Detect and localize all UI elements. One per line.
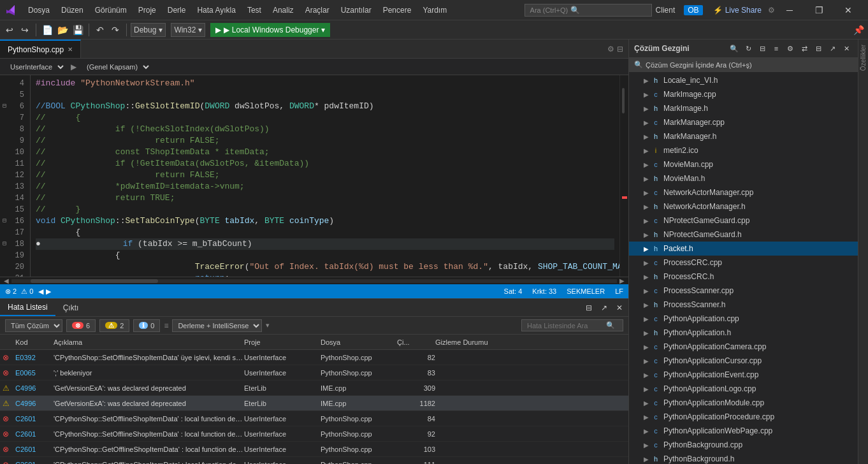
panel-close-btn[interactable]: ✕ bbox=[613, 301, 626, 314]
tree-item-processcrc-h[interactable]: ▶ h ProcessCRC.h bbox=[629, 270, 858, 284]
tree-item-pythonapplicationlogo-cpp[interactable]: ▶ c PythonApplicationLogo.cpp bbox=[629, 382, 858, 396]
menu-gorunum[interactable]: Görünüm bbox=[90, 4, 132, 16]
open-btn[interactable]: 📂 bbox=[55, 23, 69, 37]
col-suppress[interactable]: Gizleme Durumu bbox=[435, 338, 626, 346]
indent-mode[interactable]: SEKMELER bbox=[567, 287, 605, 295]
debug-mode-dropdown[interactable]: Debug ▾ bbox=[131, 23, 166, 37]
tree-item-networkactor-h[interactable]: ▶ h NetworkActorManager.h bbox=[629, 199, 858, 214]
collapse-indicator-16[interactable]: ⊟ bbox=[0, 215, 9, 227]
tree-item-pythonapplicationwebpage-cpp[interactable]: ▶ c PythonApplicationWebPage.cpp bbox=[629, 424, 858, 438]
tree-item-locale[interactable]: ▶ h Locale_inc_VI.h bbox=[629, 73, 858, 87]
user-badge[interactable]: OB bbox=[684, 5, 702, 15]
menu-proje[interactable]: Proje bbox=[133, 4, 161, 16]
sol-search-btn[interactable]: 🔍 bbox=[728, 42, 741, 55]
minimize-button[interactable]: ─ bbox=[775, 0, 804, 20]
collapse-indicator-6[interactable]: ⊟ bbox=[0, 101, 9, 112]
panel-float-btn[interactable]: ↗ bbox=[598, 301, 611, 314]
tree-item-pythonapplicationprocedure-cpp[interactable]: ▶ c PythonApplicationProcedure.cpp bbox=[629, 410, 858, 424]
sol-dock-btn[interactable]: ⊟ bbox=[812, 42, 825, 55]
back-btn[interactable]: ↩ bbox=[3, 23, 17, 37]
tree-item-movieman-h[interactable]: ▶ h MovieMan.h bbox=[629, 171, 858, 185]
sol-close-btn[interactable]: ✕ bbox=[840, 42, 853, 55]
tree-item-pythonapplicationcamera-cpp[interactable]: ▶ c PythonApplicationCamera.cpp bbox=[629, 340, 858, 354]
info-filter-button[interactable]: ℹ 0 bbox=[133, 319, 160, 332]
sol-settings-btn[interactable]: ⚙ bbox=[784, 42, 797, 55]
close-button[interactable]: ✕ bbox=[834, 0, 863, 20]
error-row[interactable]: ⊗ E0065 ';' bekleniyor UserInterface Pyt… bbox=[0, 365, 628, 381]
horizontal-scrollbar[interactable]: ◀ ▶ bbox=[0, 277, 628, 284]
editor-vertical-scrollbar[interactable] bbox=[619, 75, 628, 277]
nav-right-btn[interactable]: ▶ bbox=[46, 287, 51, 296]
code-editor[interactable]: 4 5 ⊟ 6 7 bbox=[0, 75, 628, 277]
tree-item-processscanner-h[interactable]: ▶ h ProcessScanner.h bbox=[629, 298, 858, 312]
panel-tab-output[interactable]: Çıktı bbox=[55, 299, 87, 316]
tree-item-processscanner-cpp[interactable]: ▶ c ProcessScanner.cpp bbox=[629, 284, 858, 298]
global-search-box[interactable]: Ara (Ctrl+Q) 🔍 bbox=[524, 4, 652, 17]
menu-pencere[interactable]: Pencere bbox=[378, 4, 417, 16]
menu-duzen[interactable]: Düzen bbox=[56, 4, 89, 16]
live-share-button[interactable]: ⚡ Live Share bbox=[708, 4, 767, 16]
warning-filter-button[interactable]: ⚠ 2 bbox=[99, 319, 129, 332]
collapse-indicator-18[interactable]: ⊟ bbox=[0, 238, 9, 250]
start-debugging-button[interactable]: ▶ ▶ Local Windows Debugger ▾ bbox=[210, 23, 329, 37]
tree-item-markimage-cpp[interactable]: ▶ c MarkImage.cpp bbox=[629, 87, 858, 101]
error-search-box[interactable]: 🔍 bbox=[521, 319, 623, 331]
error-row[interactable]: ⚠ C4996 'GetVersionExA': was declared de… bbox=[0, 396, 628, 411]
error-row[interactable]: ⚠ C4996 'GetVersionExA': was declared de… bbox=[0, 381, 628, 396]
settings-icon[interactable]: ⚙ bbox=[768, 6, 775, 15]
tree-item-markmanager-h[interactable]: ▶ h MarkManager.h bbox=[629, 129, 858, 143]
line-ending[interactable]: LF bbox=[615, 287, 623, 295]
properties-tab[interactable]: Özellikler bbox=[858, 42, 868, 73]
tree-item-nprotect-cpp[interactable]: ▶ c NProtectGameGuard.cpp bbox=[629, 214, 858, 228]
error-filter-button[interactable]: ⊗ 6 bbox=[66, 319, 96, 332]
tab-split-icon[interactable]: ⊟ bbox=[617, 45, 623, 54]
tree-item-markmanager-cpp[interactable]: ▶ c MarkManager.cpp bbox=[629, 115, 858, 129]
sol-collapse-all-btn[interactable]: ⊟ bbox=[756, 42, 769, 55]
error-search-input[interactable] bbox=[527, 322, 604, 330]
namespace-select[interactable]: UserInterface bbox=[5, 61, 66, 73]
tab-close-icon[interactable]: ✕ bbox=[68, 46, 73, 53]
error-row[interactable]: ⊗ C2601 'CPythonShop::SetOfflineShopItem… bbox=[0, 426, 628, 442]
scroll-right-btn[interactable]: ▶ bbox=[619, 277, 625, 284]
error-row[interactable]: ⊗ C2601 'CPythonShop::SetOfflineShopItem… bbox=[0, 411, 628, 426]
error-count-status[interactable]: ⊗ 2 ⚠ 0 bbox=[5, 287, 33, 296]
error-row[interactable]: ⊗ E0392 'CPythonShop::SetOfflineShopItem… bbox=[0, 350, 628, 365]
filter-dropdown-icon[interactable]: ▾ bbox=[266, 321, 270, 330]
error-row[interactable]: ⊗ C2601 'CPythonShop::GetOfflineShopItem… bbox=[0, 442, 628, 457]
tree-item-processcrc-cpp[interactable]: ▶ c ProcessCRC.cpp bbox=[629, 256, 858, 270]
tree-item-pythonapplication-cpp[interactable]: ▶ c PythonApplication.cpp bbox=[629, 312, 858, 326]
tree-item-pythonapplicationcursor-cpp[interactable]: ▶ c PythonApplicationCursor.cpp bbox=[629, 354, 858, 368]
sol-switch-view-btn[interactable]: ⇄ bbox=[798, 42, 811, 55]
tree-item-pythonbackground-cpp[interactable]: ▶ c PythonBackground.cpp bbox=[629, 438, 858, 452]
col-project[interactable]: Proje bbox=[244, 338, 321, 346]
col-line[interactable]: Çi... bbox=[397, 338, 435, 346]
col-code[interactable]: Kod bbox=[15, 338, 54, 346]
platform-dropdown[interactable]: Win32 ▾ bbox=[171, 23, 205, 37]
code-text-area[interactable]: #include "PythonNetworkStream.h" //BOOL … bbox=[31, 75, 619, 277]
panel-dock-btn[interactable]: ⊟ bbox=[582, 301, 595, 314]
tree-item-pythonapplicationmodule-cpp[interactable]: ▶ c PythonApplicationModule.cpp bbox=[629, 396, 858, 410]
menu-derle[interactable]: Derle bbox=[163, 4, 191, 16]
nav-left-btn[interactable]: ◀ bbox=[38, 287, 43, 296]
new-file-btn[interactable]: 📄 bbox=[40, 23, 54, 37]
menu-uzantilar[interactable]: Uzantılar bbox=[336, 4, 377, 16]
build-filter-select[interactable]: Derleme + IntelliSense bbox=[172, 319, 262, 332]
menu-yardim[interactable]: Yardım bbox=[417, 4, 452, 16]
filter-options-icon[interactable]: ≡ bbox=[164, 321, 168, 330]
panel-tab-error-list[interactable]: Hata Listesi bbox=[0, 299, 55, 316]
col-file[interactable]: Dosya bbox=[321, 338, 397, 346]
tab-settings-icon[interactable]: ⚙ bbox=[607, 45, 614, 54]
tree-item-pythonbackground-h[interactable]: ▶ h PythonBackground.h bbox=[629, 452, 858, 464]
restore-button[interactable]: ❐ bbox=[804, 0, 834, 20]
pin-btn[interactable]: 📌 bbox=[851, 23, 865, 37]
tree-item-nprotect-h[interactable]: ▶ h NProtectGameGuard.h bbox=[629, 228, 858, 242]
menu-araclar[interactable]: Araçlar bbox=[300, 4, 335, 16]
sol-float-btn[interactable]: ↗ bbox=[826, 42, 839, 55]
menu-dosya[interactable]: Dosya bbox=[23, 4, 55, 16]
scope-filter-select[interactable]: Tüm Çözüm bbox=[5, 319, 62, 332]
tree-item-packet-h[interactable]: ▶ h Packet.h bbox=[629, 242, 858, 256]
forward-btn[interactable]: ↪ bbox=[18, 23, 32, 37]
menu-hata[interactable]: Hata Ayıkla bbox=[192, 4, 240, 16]
sol-filter-btn[interactable]: ≡ bbox=[770, 42, 783, 55]
error-row[interactable]: ⊗ C2601 'CPythonShop::GetOfflineShopItem… bbox=[0, 457, 628, 464]
